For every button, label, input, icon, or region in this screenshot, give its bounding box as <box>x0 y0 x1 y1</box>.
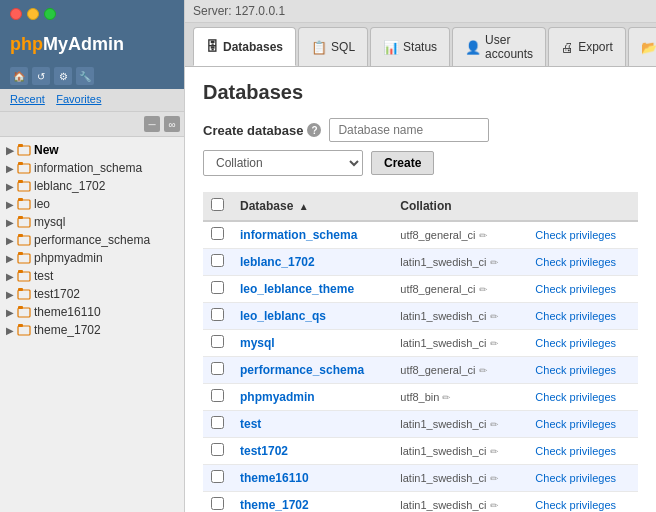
select-all-checkbox[interactable] <box>211 198 224 211</box>
row-checkbox[interactable] <box>211 416 224 429</box>
settings-icon[interactable]: ⚙ <box>54 67 72 85</box>
tree-item-leblanc-1702[interactable]: ▶ leblanc_1702 <box>4 177 180 195</box>
row-checkbox-cell <box>203 384 232 411</box>
table-row: leo_leblanc_qs latin1_swedish_ci ✏ Check… <box>203 303 638 330</box>
refresh-icon[interactable]: ↺ <box>32 67 50 85</box>
sql-tab-icon: 📋 <box>311 40 327 55</box>
tree-item-phpmyadmin[interactable]: ▶ phpmyadmin <box>4 249 180 267</box>
close-button[interactable] <box>10 8 22 20</box>
row-checkbox[interactable] <box>211 227 224 240</box>
collation-edit-icon[interactable]: ✏ <box>490 473 498 484</box>
db-name-cell[interactable]: test <box>232 411 392 438</box>
minimize-button[interactable] <box>27 8 39 20</box>
collation-cell: utf8_general_ci ✏ <box>392 221 527 249</box>
tree-item-theme16110[interactable]: ▶ theme16110 <box>4 303 180 321</box>
create-button[interactable]: Create <box>371 151 434 175</box>
check-privileges-link[interactable]: Check privileges <box>527 465 638 492</box>
row-checkbox-cell <box>203 221 232 249</box>
collation-edit-icon[interactable]: ✏ <box>490 500 498 511</box>
svg-rect-1 <box>18 144 23 147</box>
collapse-icon[interactable]: ─ <box>144 116 160 132</box>
create-db-label: Create database ? <box>203 123 321 138</box>
db-name-cell[interactable]: leo_leblance_theme <box>232 276 392 303</box>
collation-edit-icon[interactable]: ✏ <box>490 338 498 349</box>
collation-edit-icon[interactable]: ✏ <box>490 446 498 457</box>
page-title: Databases <box>203 81 638 104</box>
collation-edit-icon[interactable]: ✏ <box>490 311 498 322</box>
tree-item-information-schema[interactable]: ▶ information_schema <box>4 159 180 177</box>
database-column-header[interactable]: Database ▲ <box>232 192 392 221</box>
chevron-right-icon: ▶ <box>6 235 14 246</box>
db-name-cell[interactable]: theme16110 <box>232 465 392 492</box>
tab-import[interactable]: 📂 Import <box>628 27 656 66</box>
row-checkbox[interactable] <box>211 308 224 321</box>
tree-item-test[interactable]: ▶ test <box>4 267 180 285</box>
tab-user-accounts[interactable]: 👤 User accounts <box>452 27 546 66</box>
db-name-cell[interactable]: phpmyadmin <box>232 384 392 411</box>
db-name-cell[interactable]: leo_leblanc_qs <box>232 303 392 330</box>
check-privileges-link[interactable]: Check privileges <box>527 438 638 465</box>
tools-icon[interactable]: 🔧 <box>76 67 94 85</box>
tab-export[interactable]: 🖨 Export <box>548 27 626 66</box>
svg-rect-9 <box>18 216 23 219</box>
tab-status[interactable]: 📊 Status <box>370 27 450 66</box>
check-privileges-link[interactable]: Check privileges <box>527 384 638 411</box>
svg-rect-18 <box>18 308 30 317</box>
db-name-cell[interactable]: performance_schema <box>232 357 392 384</box>
check-privileges-link[interactable]: Check privileges <box>527 411 638 438</box>
row-checkbox[interactable] <box>211 335 224 348</box>
row-checkbox-cell <box>203 357 232 384</box>
svg-rect-3 <box>18 162 23 165</box>
tab-sql[interactable]: 📋 SQL <box>298 27 368 66</box>
collation-edit-icon[interactable]: ✏ <box>479 284 487 295</box>
traffic-lights <box>10 8 56 20</box>
recent-link[interactable]: Recent <box>10 93 45 107</box>
collation-select[interactable]: Collation <box>203 150 363 176</box>
favorites-link[interactable]: Favorites <box>56 93 101 107</box>
row-checkbox[interactable] <box>211 497 224 510</box>
check-privileges-link[interactable]: Check privileges <box>527 303 638 330</box>
db-name-cell[interactable]: test1702 <box>232 438 392 465</box>
check-privileges-link[interactable]: Check privileges <box>527 357 638 384</box>
status-tab-label: Status <box>403 40 437 54</box>
tab-databases[interactable]: 🗄 Databases <box>193 27 296 66</box>
row-checkbox-cell <box>203 276 232 303</box>
row-checkbox[interactable] <box>211 389 224 402</box>
row-checkbox[interactable] <box>211 362 224 375</box>
row-checkbox[interactable] <box>211 281 224 294</box>
help-icon[interactable]: ? <box>307 123 321 137</box>
server-label: Server: 127.0.0.1 <box>193 4 285 18</box>
home-icon[interactable]: 🏠 <box>10 67 28 85</box>
db-name-input[interactable] <box>329 118 489 142</box>
db-name-cell[interactable]: mysql <box>232 330 392 357</box>
db-name-cell[interactable]: theme_1702 <box>232 492 392 513</box>
row-checkbox[interactable] <box>211 254 224 267</box>
collation-cell: latin1_swedish_ci ✏ <box>392 303 527 330</box>
db-name-cell[interactable]: leblanc_1702 <box>232 249 392 276</box>
check-privileges-link[interactable]: Check privileges <box>527 221 638 249</box>
user-accounts-tab-label: User accounts <box>485 33 533 61</box>
row-checkbox[interactable] <box>211 443 224 456</box>
tree-item-label: test1702 <box>34 287 80 301</box>
check-privileges-link[interactable]: Check privileges <box>527 249 638 276</box>
check-privileges-link[interactable]: Check privileges <box>527 276 638 303</box>
tree-item-leo[interactable]: ▶ leo <box>4 195 180 213</box>
collation-edit-icon[interactable]: ✏ <box>479 365 487 376</box>
check-privileges-link[interactable]: Check privileges <box>527 492 638 513</box>
db-name-cell[interactable]: information_schema <box>232 221 392 249</box>
maximize-button[interactable] <box>44 8 56 20</box>
tree-item-mysql[interactable]: ▶ mysql <box>4 213 180 231</box>
new-db-icon <box>17 144 31 156</box>
row-checkbox[interactable] <box>211 470 224 483</box>
collation-edit-icon[interactable]: ✏ <box>479 230 487 241</box>
tree-item-theme-1702[interactable]: ▶ theme_1702 <box>4 321 180 339</box>
tree-item-new[interactable]: ▶ New <box>4 141 180 159</box>
check-privileges-link[interactable]: Check privileges <box>527 330 638 357</box>
collation-edit-icon[interactable]: ✏ <box>442 392 450 403</box>
collation-edit-icon[interactable]: ✏ <box>490 257 498 268</box>
tree-item-performance-schema[interactable]: ▶ performance_schema <box>4 231 180 249</box>
collation-column-header: Collation <box>392 192 527 221</box>
tree-item-test1702[interactable]: ▶ test1702 <box>4 285 180 303</box>
collation-edit-icon[interactable]: ✏ <box>490 419 498 430</box>
expand-icon[interactable]: ∞ <box>164 116 180 132</box>
